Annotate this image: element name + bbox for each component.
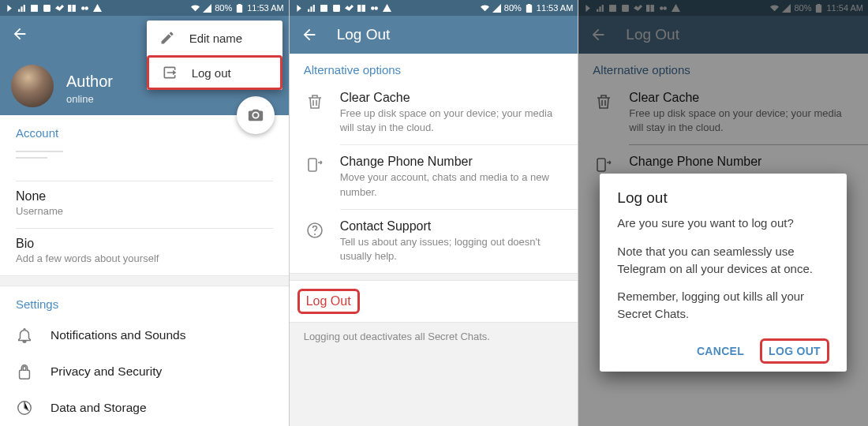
camera-button[interactable] xyxy=(237,96,275,134)
logout-label: Log Out xyxy=(297,289,360,314)
arrow-left-icon xyxy=(11,25,28,43)
dialog-line: Are you sure you want to log out? xyxy=(617,215,829,232)
svg-rect-4 xyxy=(43,5,51,12)
wifi-icon xyxy=(191,4,200,13)
option-clear-cache[interactable]: Clear Cache Free up disk space on your d… xyxy=(290,81,578,144)
svg-rect-14 xyxy=(312,5,314,12)
status-bar: 80% 11:53 AM xyxy=(0,0,289,16)
option-change-phone[interactable]: Change Phone Number Move your account, c… xyxy=(290,145,578,208)
phone-number-field[interactable] xyxy=(0,146,289,181)
svg-point-8 xyxy=(85,6,88,9)
svg-rect-18 xyxy=(361,5,365,12)
bio-label: Add a few words about yourself xyxy=(16,252,273,264)
svg-rect-10 xyxy=(238,4,241,6)
username-value: None xyxy=(16,189,273,204)
menu-item-label: Edit name xyxy=(189,32,243,45)
app-bar-title: Log Out xyxy=(337,26,391,43)
settings-label: Privacy and Security xyxy=(51,364,162,379)
status-left-icons xyxy=(5,4,102,13)
logout-icon xyxy=(162,65,178,80)
option-sub: Move your account, chats and media to a … xyxy=(340,170,564,199)
menu-item-label: Log out xyxy=(192,66,231,80)
settings-notifications[interactable]: Notifications and Sounds xyxy=(0,317,289,353)
trash-icon xyxy=(305,92,324,111)
settings-header: Settings xyxy=(0,286,289,317)
app-bar: Log Out xyxy=(290,16,578,54)
svg-point-20 xyxy=(374,6,377,9)
data-icon xyxy=(16,399,33,417)
screen-logout-confirm: 80% 11:54 AM Log Out Alternative options… xyxy=(578,0,868,426)
bell-icon xyxy=(16,327,33,344)
lock-icon xyxy=(16,363,33,380)
svg-rect-16 xyxy=(333,5,340,12)
logout-dialog: Log out Are you sure you want to log out… xyxy=(600,174,847,372)
back-button[interactable] xyxy=(11,25,28,43)
svg-rect-0 xyxy=(18,9,20,11)
svg-rect-1 xyxy=(21,6,22,12)
svg-point-7 xyxy=(81,6,84,9)
alternative-options-header: Alternative options xyxy=(290,54,578,81)
status-bar: 80% 11:53 AM xyxy=(290,0,578,16)
svg-rect-9 xyxy=(237,4,242,12)
menu-edit-name[interactable]: Edit name xyxy=(147,21,282,55)
dialog-title: Log out xyxy=(617,189,829,207)
option-contact-support[interactable]: Contact Support Tell us about any issues… xyxy=(290,210,578,273)
clock-text: 11:53 AM xyxy=(247,3,283,13)
bio-value: Bio xyxy=(16,237,273,251)
settings-data[interactable]: Data and Storage xyxy=(0,390,289,426)
status-right: 80% 11:53 AM xyxy=(191,3,284,13)
overflow-menu: Edit name Log out xyxy=(147,21,282,90)
logout-caption: Logging out deactivates all Secret Chats… xyxy=(290,322,578,426)
section-divider xyxy=(0,275,289,286)
svg-rect-21 xyxy=(526,4,532,12)
section-divider xyxy=(290,273,578,281)
option-sub: Tell us about any issues; logging out do… xyxy=(340,235,564,263)
signal-icon xyxy=(203,4,211,13)
screen-profile: 80% 11:53 AM Author online Edit name xyxy=(0,0,290,426)
profile-status: online xyxy=(66,93,94,105)
arrow-left-icon xyxy=(301,26,318,43)
svg-point-19 xyxy=(371,6,374,9)
username-field[interactable]: None Username xyxy=(0,181,289,228)
option-title: Contact Support xyxy=(340,219,564,234)
back-button[interactable] xyxy=(301,26,318,43)
svg-rect-12 xyxy=(308,9,309,11)
username-label: Username xyxy=(16,205,273,217)
pencil-icon xyxy=(159,30,175,46)
battery-icon xyxy=(235,4,244,13)
settings-privacy[interactable]: Privacy and Security xyxy=(0,353,289,390)
battery-text: 80% xyxy=(215,3,232,13)
settings-label: Data and Storage xyxy=(51,401,147,415)
menu-log-out[interactable]: Log out xyxy=(147,55,282,90)
help-icon xyxy=(305,221,324,240)
svg-rect-17 xyxy=(357,5,361,12)
dialog-line: Note that you can seamlessly use Telegra… xyxy=(617,243,829,278)
cancel-button[interactable]: CANCEL xyxy=(689,338,752,364)
svg-rect-6 xyxy=(73,5,76,12)
option-title: Clear Cache xyxy=(340,91,564,105)
screen-logout-options: 80% 11:53 AM Log Out Alternative options… xyxy=(290,0,579,426)
bio-field[interactable]: Bio Add a few words about yourself xyxy=(0,229,289,275)
dialog-body: Are you sure you want to log out? Note t… xyxy=(617,215,829,323)
settings-label: Notifications and Sounds xyxy=(51,328,185,342)
option-sub: Free up disk space on your device; your … xyxy=(340,106,564,135)
camera-icon xyxy=(247,106,264,124)
option-title: Change Phone Number xyxy=(340,155,564,169)
svg-rect-2 xyxy=(24,5,25,12)
svg-rect-13 xyxy=(310,6,312,12)
logout-confirm-button[interactable]: LOG OUT xyxy=(760,338,829,364)
svg-point-25 xyxy=(314,234,316,235)
svg-rect-23 xyxy=(309,159,316,171)
svg-rect-15 xyxy=(320,5,327,12)
swap-icon xyxy=(305,156,324,175)
svg-rect-5 xyxy=(68,5,71,12)
logout-action-row[interactable]: Log Out xyxy=(290,281,578,322)
svg-rect-22 xyxy=(527,4,530,6)
dialog-actions: CANCEL LOG OUT xyxy=(617,334,829,364)
avatar[interactable] xyxy=(11,65,54,107)
profile-name: Author xyxy=(66,73,113,91)
svg-rect-3 xyxy=(31,5,38,12)
dialog-line: Remember, logging out kills all your Sec… xyxy=(617,288,829,323)
